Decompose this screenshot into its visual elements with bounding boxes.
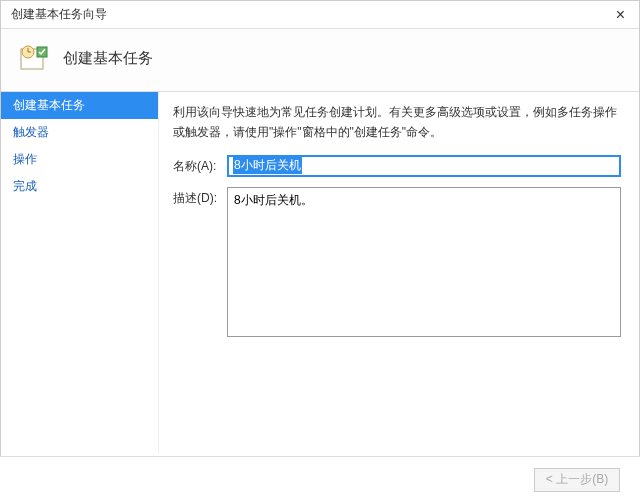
back-button[interactable]: < 上一步(B) — [534, 468, 620, 492]
instruction-text: 利用该向导快速地为常见任务创建计划。有关更多高级选项或设置，例如多任务操作或触发… — [173, 102, 621, 143]
step-finish[interactable]: 完成 — [1, 173, 158, 200]
name-row: 名称(A): 8小时后关机 — [173, 155, 621, 177]
wizard-footer: < 上一步(B) — [0, 456, 640, 502]
close-icon[interactable]: × — [610, 6, 631, 24]
wizard-steps-sidebar: 创建基本任务 触发器 操作 完成 — [1, 92, 159, 453]
wizard-header: 创建基本任务 — [1, 29, 639, 91]
name-input[interactable]: 8小时后关机 — [227, 155, 621, 177]
task-scheduler-icon — [19, 43, 49, 73]
description-row: 描述(D): — [173, 187, 621, 337]
content-area: 创建基本任务 触发器 操作 完成 利用该向导快速地为常见任务创建计划。有关更多高… — [1, 91, 639, 453]
description-input[interactable] — [227, 187, 621, 337]
step-create-basic-task[interactable]: 创建基本任务 — [1, 92, 158, 119]
step-action[interactable]: 操作 — [1, 146, 158, 173]
main-panel: 利用该向导快速地为常见任务创建计划。有关更多高级选项或设置，例如多任务操作或触发… — [159, 92, 639, 453]
description-label: 描述(D): — [173, 187, 227, 207]
name-label: 名称(A): — [173, 155, 227, 175]
step-trigger[interactable]: 触发器 — [1, 119, 158, 146]
page-title: 创建基本任务 — [63, 49, 153, 68]
titlebar: 创建基本任务向导 × — [1, 1, 639, 29]
window-title: 创建基本任务向导 — [11, 6, 107, 23]
